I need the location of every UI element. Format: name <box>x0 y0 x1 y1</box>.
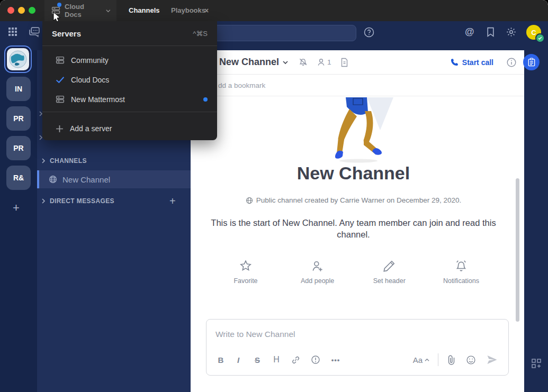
channel-title[interactable]: New Channel <box>219 57 279 68</box>
server-menu: Servers ^⌘S Community Cloud Docs New <box>42 21 217 140</box>
set-header-button[interactable]: Set header <box>366 259 412 285</box>
team-initials: PR <box>13 114 23 123</box>
channels-section-header[interactable]: CHANNELS <box>41 157 87 165</box>
star-icon <box>239 259 253 273</box>
favorite-button[interactable]: Favorite <box>222 259 269 285</box>
server-menu-header: Servers ^⌘S <box>42 21 217 46</box>
message-composer[interactable]: Write to New Channel B I S H ••• Aa <box>206 319 509 376</box>
bookmark-bar[interactable]: dd a bookmark <box>191 75 524 96</box>
server-menu-item-label: Community <box>71 56 109 65</box>
pencil-icon <box>382 259 396 273</box>
scrollbar[interactable] <box>516 178 519 322</box>
bold-button[interactable]: B <box>213 355 229 364</box>
tab-playbooks[interactable]: Playbooks <box>171 6 205 14</box>
server-menu-item-community[interactable]: Community <box>42 50 217 70</box>
emoji-button[interactable] <box>466 355 476 365</box>
team-pr-1[interactable]: PR <box>6 106 31 131</box>
link-button[interactable] <box>286 355 306 364</box>
close-window-button[interactable] <box>7 7 14 14</box>
zoom-window-button[interactable] <box>29 7 35 14</box>
saved-posts-icon[interactable] <box>486 27 495 37</box>
intro-body: This is the start of New Channel. Any te… <box>209 217 498 240</box>
mattermost-window: Cloud Docs Channels Playbooks × @ <box>0 0 548 392</box>
recent-mentions-icon[interactable]: @ <box>465 26 474 38</box>
notifications-muted-icon[interactable] <box>298 57 308 67</box>
heading-button[interactable]: H <box>267 355 286 364</box>
server-menu-item-label: New Mattermost <box>71 95 125 104</box>
server-menu-item-cloud-docs[interactable]: Cloud Docs <box>42 70 217 89</box>
add-direct-message-button[interactable]: + <box>169 195 176 207</box>
search-input[interactable] <box>208 25 356 41</box>
phone-icon <box>451 58 459 66</box>
product-grid-icon[interactable] <box>8 27 17 37</box>
server-icon <box>56 95 65 104</box>
check-icon <box>56 76 65 84</box>
server-menu-item-new-mattermost[interactable]: New Mattermost <box>42 89 217 109</box>
channel-info-icon[interactable] <box>506 57 517 68</box>
members-button[interactable]: 1 <box>317 58 331 67</box>
italic-button[interactable]: I <box>229 355 248 364</box>
team-initials: IN <box>15 85 22 93</box>
server-menu-shortcut: ^⌘S <box>193 30 208 38</box>
intro-actions: Favorite Add people Set header Notificat… <box>222 259 484 285</box>
more-formatting-button[interactable]: ••• <box>325 356 346 364</box>
titlebar: Cloud Docs Channels Playbooks × <box>0 0 548 21</box>
add-server-button[interactable]: Add a server <box>42 115 217 142</box>
add-people-button[interactable]: Add people <box>294 259 341 285</box>
server-icon <box>56 56 65 65</box>
teams-sidebar <box>0 50 37 392</box>
team-r-and[interactable]: R& <box>6 166 31 190</box>
bell-ring-icon <box>454 259 468 273</box>
composer-toolbar: B I S H ••• Aa <box>213 353 502 366</box>
team-globe-selected[interactable] <box>4 45 32 73</box>
add-server-label: Add a server <box>70 124 112 133</box>
direct-messages-section-header[interactable]: DIRECT MESSAGES <box>41 197 114 205</box>
chevron-icon <box>41 198 46 204</box>
menu-divider <box>42 112 217 112</box>
send-button[interactable] <box>487 355 498 364</box>
mouse-cursor <box>53 12 61 23</box>
message-priority-button[interactable] <box>306 355 325 364</box>
aa-label: Aa <box>413 355 423 364</box>
help-icon[interactable] <box>363 26 375 38</box>
selected-indicator <box>37 170 39 188</box>
dm-section-label: DIRECT MESSAGES <box>50 197 114 205</box>
tab-playbooks-close-icon[interactable]: × <box>204 6 209 15</box>
unread-dot <box>203 97 208 102</box>
action-label: Notifications <box>443 277 479 285</box>
action-label: Add people <box>301 277 334 285</box>
settings-gear-icon[interactable] <box>506 26 517 38</box>
server-menu-item-label: Cloud Docs <box>71 76 109 84</box>
attachment-button[interactable] <box>447 355 455 365</box>
add-team-button[interactable]: + <box>13 201 20 215</box>
action-label: Favorite <box>233 277 257 285</box>
tab-channels[interactable]: Channels <box>129 6 160 14</box>
server-unread-dot <box>57 3 61 7</box>
minimize-window-button[interactable] <box>18 7 25 14</box>
start-call-button[interactable]: Start call <box>451 58 493 67</box>
member-count: 1 <box>327 58 331 66</box>
team-in[interactable]: IN <box>6 77 31 101</box>
server-tab-label: Cloud Docs <box>65 3 101 19</box>
toggle-formatting-button[interactable]: Aa <box>413 355 429 364</box>
avatar-initial: C <box>531 29 536 37</box>
playbooks-app-button[interactable] <box>523 54 540 70</box>
channel-row-new-channel[interactable]: New Channel <box>37 170 191 188</box>
app-marketplace-icon[interactable] <box>531 358 542 369</box>
notifications-button[interactable]: Notifications <box>438 259 484 285</box>
playbooks-clipboard-icon <box>527 58 536 67</box>
intro-title: New Channel <box>199 163 508 184</box>
toolbar-divider <box>438 353 438 366</box>
pinned-files-icon[interactable] <box>340 58 349 67</box>
team-pr-2[interactable]: PR <box>6 136 31 160</box>
plus-icon <box>56 125 64 133</box>
channels-product-icon[interactable] <box>28 25 41 39</box>
person-plus-icon <box>311 259 325 273</box>
action-label: Set header <box>373 277 406 285</box>
globe-icon <box>246 197 253 204</box>
composer-placeholder: Write to New Channel <box>215 330 295 339</box>
channel-menu-chevron-icon[interactable] <box>282 59 289 66</box>
channels-section-label: CHANNELS <box>50 157 87 165</box>
server-menu-title: Servers <box>52 29 81 38</box>
strikethrough-button[interactable]: S <box>248 355 267 364</box>
